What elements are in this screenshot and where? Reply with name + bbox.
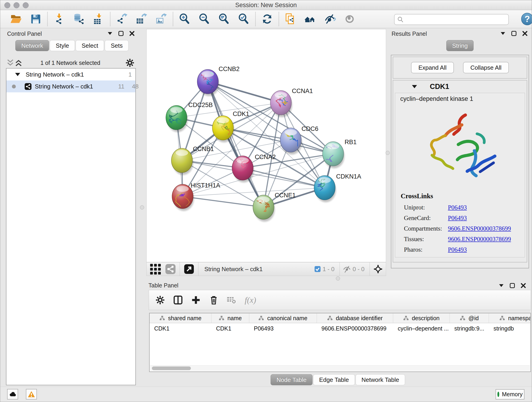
panel-collapse-icon[interactable] (107, 31, 113, 36)
column-header--id[interactable]: @id (450, 313, 489, 323)
panel-close-icon[interactable] (129, 31, 135, 36)
network-node-CCNB1[interactable]: CCNB1 (171, 146, 214, 175)
network-overview-button[interactable] (300, 12, 320, 26)
network-edge[interactable] (183, 196, 264, 207)
tab-string[interactable]: String (446, 40, 474, 51)
detach-view-button[interactable] (183, 263, 195, 275)
search-box[interactable] (394, 14, 509, 25)
import-network-file-button[interactable] (49, 12, 69, 26)
table-row[interactable]: CDK1CDK1P064939606.ENSP00000378699cyclin… (150, 323, 530, 334)
duplicate-network-button[interactable] (281, 12, 300, 26)
column-header-label: @id (469, 315, 479, 322)
zoom-out-button[interactable] (195, 12, 214, 26)
zoom-fit-button[interactable] (214, 12, 234, 26)
table-options-button[interactable] (155, 295, 165, 305)
export-table-button[interactable] (132, 12, 152, 26)
tab-style[interactable]: Style (50, 40, 75, 51)
zoom-in-icon (179, 13, 191, 25)
import-table-file-button[interactable] (89, 12, 108, 26)
import-network-database-button[interactable] (69, 12, 89, 26)
crosslink-value[interactable]: P06493 (448, 215, 467, 222)
collapse-all-button[interactable]: Collapse All (463, 62, 509, 73)
export-image-button[interactable] (152, 12, 171, 26)
show-hidden-button[interactable] (340, 12, 360, 26)
network-node-HIST1H1A[interactable]: HIST1H1A (172, 182, 220, 211)
table-cell[interactable]: 9606.ENSP00000378699 (317, 325, 393, 332)
crosslink-value[interactable]: P06493 (448, 204, 467, 211)
tab-edge-table[interactable]: Edge Table (313, 374, 355, 385)
show-columns-button[interactable] (173, 295, 183, 305)
delete-column-button[interactable] (209, 295, 219, 305)
panel-collapse-icon[interactable] (500, 31, 506, 36)
export-network-button[interactable] (112, 12, 132, 26)
function-builder-button[interactable]: f(x) (245, 295, 256, 305)
node-label: CDC25B (188, 102, 213, 108)
column-header-label: name (228, 315, 242, 322)
expand-all-button[interactable]: Expand All (411, 62, 454, 73)
column-header-shared-name[interactable]: shared name (150, 313, 211, 323)
scrollbar-thumb[interactable] (152, 366, 191, 370)
panel-collapse-icon[interactable] (498, 283, 504, 288)
hide-selected-button[interactable] (320, 12, 340, 26)
column-header-canonical-name[interactable]: canonical name (249, 313, 317, 323)
network-node-RB1[interactable]: RB1 (323, 139, 357, 168)
panel-float-icon[interactable] (509, 283, 515, 288)
column-header-namespace[interactable]: namespace (489, 313, 531, 323)
tab-network[interactable]: Network (15, 40, 49, 51)
tab-node-table[interactable]: Node Table (271, 374, 312, 385)
column-header-name[interactable]: name (211, 313, 249, 323)
crosslink-value[interactable]: 9606.ENSP00000378699 (448, 236, 511, 243)
refresh-layout-button[interactable] (257, 12, 277, 26)
delete-table-button-disabled[interactable] (227, 295, 236, 305)
left-splitter-handle[interactable] (140, 205, 144, 210)
network-node-CCNE1[interactable]: CCNE1 (253, 192, 296, 222)
network-collection-row[interactable]: String Network – cdk1 1 (6, 69, 135, 80)
panel-close-icon[interactable] (520, 283, 526, 288)
panel-float-icon[interactable] (511, 31, 517, 36)
collection-expand-triangle-icon[interactable] (15, 73, 20, 76)
add-column-button[interactable] (191, 295, 201, 305)
cloud-button[interactable] (7, 389, 18, 400)
bottom-splitter-handle[interactable] (336, 276, 340, 281)
table-cell[interactable]: stringdb:9... (450, 325, 489, 332)
birdseye-toggle-button[interactable] (373, 264, 383, 274)
zoom-in-button[interactable] (175, 12, 195, 26)
memory-button[interactable]: Memory (496, 389, 525, 400)
network-node-CDC6[interactable]: CDC6 (280, 125, 318, 154)
tab-select[interactable]: Select (76, 40, 104, 51)
horizontal-scrollbar[interactable] (150, 365, 530, 371)
crosslink-value[interactable]: P06493 (448, 246, 467, 253)
network-node-CDKN1A[interactable]: CDKN1A (314, 173, 361, 202)
gene-section-header[interactable]: CDK1 (393, 80, 527, 93)
search-input[interactable] (405, 15, 508, 24)
table-cell[interactable]: cyclin–dependent ... (393, 325, 450, 332)
table-cell[interactable]: CDK1 (211, 325, 249, 332)
network-row-selected[interactable]: String Network – cdk1 11 48 (6, 80, 135, 92)
column-header-description[interactable]: description (393, 313, 450, 323)
table-cell[interactable]: stringdb (489, 325, 531, 332)
open-session-button[interactable] (6, 12, 26, 26)
tab-network-table[interactable]: Network Table (355, 374, 405, 385)
network-node-CDK1[interactable]: CDK1 (212, 110, 249, 142)
crosslink-value[interactable]: 9606.ENSP00000378699 (448, 225, 511, 232)
network-options-button[interactable] (125, 58, 134, 67)
section-expand-triangle-icon[interactable] (412, 85, 417, 88)
tab-sets[interactable]: Sets (105, 40, 128, 51)
network-graph[interactable]: CCNB2CCNA1CDC25BCDK1CDC6RB1CCNB1CCNA2CDK… (147, 29, 386, 262)
help-button[interactable]: ? (521, 13, 532, 25)
selected-checkbox-icon[interactable] (314, 266, 321, 272)
column-header-database-identifier[interactable]: database identifier (317, 313, 393, 323)
network-view-mode-button[interactable] (165, 263, 177, 275)
zoom-selected-button[interactable] (234, 12, 254, 26)
grid-view-button[interactable] (149, 263, 161, 275)
network-node-CCNA2[interactable]: CCNA2 (232, 153, 276, 182)
panel-close-icon[interactable] (522, 31, 528, 36)
warnings-button[interactable] (26, 389, 37, 400)
node-label: CDKN1A (336, 173, 361, 180)
right-splitter-handle[interactable] (386, 151, 390, 155)
table-cell[interactable]: CDK1 (150, 325, 211, 332)
save-session-button[interactable] (26, 12, 46, 26)
table-cell[interactable]: P06493 (249, 325, 317, 332)
network-canvas[interactable]: CCNB2CCNA1CDC25BCDK1CDC6RB1CCNB1CCNA2CDK… (146, 29, 386, 262)
panel-float-icon[interactable] (118, 31, 124, 36)
